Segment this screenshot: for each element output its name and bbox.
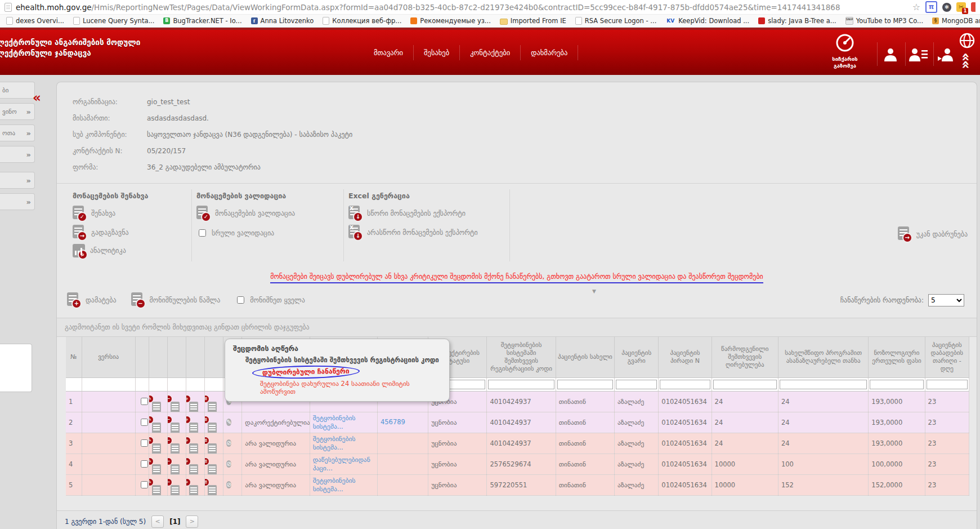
bookmark-item[interactable]: BBugTracker.NET - Io...	[159, 17, 245, 25]
cell-name: თინათინ	[556, 454, 614, 474]
bookmark-label: RSA Secure Logon - ...	[585, 17, 657, 25]
column-header-surname: პაციენტის გვარი	[615, 337, 659, 377]
address-bar[interactable]: ehealth.moh.gov.ge/Hmis/ReportingNewTest…	[0, 0, 980, 15]
cell-pid: 01024051634	[659, 454, 711, 474]
send-button[interactable]: → გადაგზავნა	[73, 225, 177, 240]
error-link[interactable]: შეტყობინების სისტემა...	[313, 435, 356, 451]
validate-button[interactable]: ✓ მონაცემების ვალიდაცია	[196, 206, 329, 221]
facebook-favicon-icon: f	[251, 17, 258, 24]
yellow-extension-icon[interactable]: ✂1	[956, 2, 966, 12]
column-header-version: ვერსია	[82, 337, 135, 377]
collapse-header-icon[interactable]: ««	[960, 52, 971, 68]
error-link[interactable]: დაწესებულებიდან პაცი...	[313, 456, 370, 472]
export-valid-button[interactable]: ↓ სწორი მონაცემების ექსპორტი	[348, 206, 495, 221]
bookmark-item[interactable]: §MongoDB and C# - ...	[928, 17, 980, 25]
chevron-right-icon: »	[26, 129, 31, 137]
filter-input-state[interactable]	[780, 380, 867, 389]
row-checkbox[interactable]	[141, 398, 148, 405]
sidebar-item[interactable]: »	[0, 193, 35, 210]
kv-favicon-icon: KV	[665, 17, 675, 24]
bookmark-item[interactable]: SNIP MP3YouTube to MP3 Co...	[842, 17, 927, 25]
error-link[interactable]: შეტყობინების სისტემა...	[313, 477, 356, 493]
row-checkbox[interactable]	[141, 439, 148, 447]
comment-link[interactable]: 456789	[381, 418, 405, 426]
back-button[interactable]: → უკან დაბრუნება	[898, 226, 968, 242]
logout-button[interactable]	[933, 42, 960, 66]
cell-i4: ≡	[205, 454, 223, 474]
cell-bday: 23	[925, 474, 969, 495]
browser-chrome: ehealth.moh.gov.ge/Hmis/ReportingNewTest…	[0, 0, 980, 27]
sidebar-item[interactable]: ოთა»	[0, 125, 35, 141]
filter-cell-i3	[186, 377, 205, 391]
next-page-button[interactable]: >	[186, 515, 198, 528]
sidebar-item[interactable]: ბი	[0, 82, 35, 99]
url-text[interactable]: ehealth.moh.gov.ge/Hmis/ReportingNewTest…	[16, 3, 908, 12]
cell-i1: ✎	[149, 454, 167, 474]
save-group: მონაცემების შენახვა ✓ შენახვა → გადაგზავ…	[73, 189, 192, 261]
bookmark-item[interactable]: Imported From IE	[496, 17, 570, 25]
person-logout-icon	[938, 47, 956, 61]
users-list-button[interactable]	[905, 42, 932, 66]
bookmark-item[interactable]: fAnna Litovzenko	[247, 17, 318, 25]
cell-inspection: უცნობია	[428, 474, 487, 495]
bookmark-item[interactable]: RSA Secure Logon - ...	[571, 17, 661, 25]
cell-surname: აზალაძე	[615, 433, 659, 454]
filter-input-surname[interactable]	[616, 380, 657, 389]
records-count-select[interactable]: 5	[928, 294, 964, 306]
nav-item-შესახებ[interactable]: შესახებ	[414, 45, 460, 60]
speedometer-icon	[835, 33, 854, 52]
analytics-button[interactable]: ⌕ ანალიტიკა	[73, 244, 177, 257]
select-all-checkbox[interactable]	[237, 296, 244, 304]
globe-icon[interactable]	[959, 32, 975, 49]
popup-title: შეცდომის აღწერა	[233, 344, 442, 353]
filter-input-cost[interactable]	[713, 380, 777, 389]
clipped-extension-icon[interactable]	[971, 2, 975, 12]
bug-extension-icon[interactable]: ✱	[942, 3, 951, 12]
cell-price: 193,0000	[869, 391, 925, 412]
column-label: შეტყობინების სისტემაში შემთხვევის რეგისტ…	[490, 341, 552, 372]
cell-chk	[135, 391, 149, 412]
bookmark-label: BugTracker.NET - Io...	[173, 17, 241, 25]
sidebar-item[interactable]: »	[0, 172, 35, 189]
bookmark-star-icon[interactable]: ☆	[912, 2, 920, 12]
sidebar-collapse-button[interactable]: «	[33, 92, 41, 103]
export-invalid-button[interactable]: ↓ არასწორი მონაცემების ექსპორტი	[348, 225, 495, 240]
cell-i1: ✎	[149, 412, 167, 433]
cell-name: თინათინ	[556, 412, 614, 433]
bookmark-label: Anna Litovzenko	[261, 17, 314, 25]
save-button[interactable]: ✓ შენახვა	[73, 206, 177, 221]
cell-name: თინათინ	[556, 391, 614, 412]
bookmark-item[interactable]: Рекомендуемые уз...	[406, 17, 494, 25]
nav-item-დახმარება[interactable]: დახმარება	[521, 45, 578, 60]
error-link[interactable]: შეტყობინების სისტემა...	[313, 414, 356, 430]
current-page[interactable]: [1]	[169, 518, 180, 526]
bookmark-item[interactable]: KVKeepVid: Download ...	[661, 17, 753, 25]
sidebar-item[interactable]: ვინო»	[0, 103, 35, 120]
filter-input-reg[interactable]	[488, 380, 554, 389]
bookmark-item[interactable]: slady: Java B-Tree a...	[754, 17, 840, 25]
bookmark-item[interactable]: dexes Overvi...	[2, 17, 68, 25]
filter-input-name[interactable]	[557, 380, 613, 389]
nav-item-კონტაქტები[interactable]: კონტაქტები	[460, 45, 521, 60]
filter-input-bday[interactable]	[927, 380, 968, 389]
bookmark-item[interactable]: Коллекция веб-фр...	[319, 17, 405, 25]
cell-status: არა ვალიდურია	[242, 454, 310, 474]
row-checkbox[interactable]	[141, 419, 148, 426]
speed-test-button[interactable]: სიჩქარის გაზომვა	[821, 33, 869, 69]
pi-extension-icon[interactable]: π	[925, 1, 937, 13]
profile-button[interactable]	[877, 42, 903, 66]
row-checkbox[interactable]	[141, 481, 148, 488]
prev-page-button[interactable]: <	[151, 515, 164, 528]
add-row-button[interactable]: + დამატება	[67, 292, 117, 308]
bookmark-item[interactable]: Lucene Query Synta...	[69, 17, 158, 25]
filter-input-pid[interactable]	[660, 380, 710, 389]
delete-selected-button[interactable]: − მონიშნულების წაშლა	[131, 292, 221, 308]
save-group-title: მონაცემების შენახვა	[73, 192, 177, 200]
detail-label: ორგანიზაცია:	[73, 98, 147, 106]
row-checkbox[interactable]	[141, 460, 148, 468]
full-validation-checkbox[interactable]	[199, 229, 206, 237]
sidebar-item[interactable]: »	[0, 146, 35, 163]
bookmark-label: Коллекция веб-фр...	[332, 17, 401, 25]
filter-input-price[interactable]	[870, 380, 923, 389]
nav-item-მთავარი[interactable]: მთავარი	[363, 45, 414, 60]
